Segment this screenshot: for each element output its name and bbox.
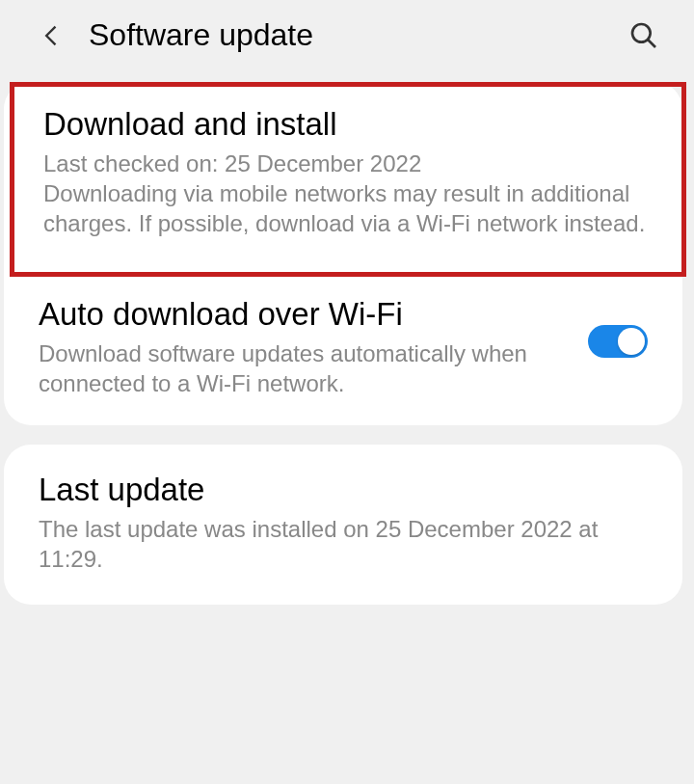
settings-card-2[interactable]: Last update The last update was installe… — [4, 445, 682, 605]
auto-download-toggle[interactable] — [588, 325, 648, 358]
svg-point-0 — [632, 24, 651, 42]
download-install-title: Download and install — [43, 106, 653, 143]
auto-download-item[interactable]: Auto download over Wi-Fi Download softwa… — [4, 277, 682, 425]
auto-download-title: Auto download over Wi-Fi — [39, 296, 569, 333]
search-icon[interactable] — [628, 20, 659, 51]
settings-card-1: Download and install Last checked on: 25… — [4, 82, 682, 425]
download-install-warning: Downloading via mobile networks may resu… — [43, 178, 653, 238]
header: Software update — [0, 0, 694, 72]
download-install-last-checked: Last checked on: 25 December 2022 — [43, 149, 653, 178]
download-install-item[interactable]: Download and install Last checked on: 25… — [10, 82, 686, 277]
toggle-thumb — [618, 328, 645, 355]
svg-line-1 — [648, 40, 655, 47]
back-icon[interactable] — [39, 22, 66, 49]
last-update-desc: The last update was installed on 25 Dece… — [39, 514, 648, 574]
last-update-title: Last update — [39, 472, 648, 508]
auto-download-desc: Download software updates automatically … — [39, 338, 569, 398]
page-title: Software update — [89, 17, 605, 53]
